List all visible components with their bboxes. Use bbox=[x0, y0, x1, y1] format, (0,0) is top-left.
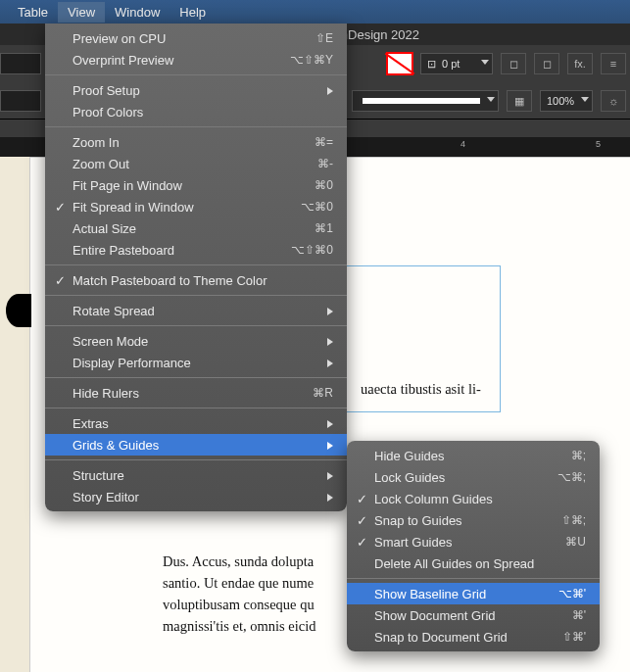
black-circle-graphic[interactable] bbox=[6, 294, 31, 327]
check-icon: ✓ bbox=[357, 513, 367, 528]
ruler-mark-5: 5 bbox=[596, 139, 601, 149]
mi-proof-setup[interactable]: Proof Setup bbox=[45, 79, 347, 101]
mi-show-document-grid[interactable]: Show Document Grid⌘' bbox=[347, 604, 600, 626]
opacity-select[interactable]: 100% bbox=[540, 90, 593, 112]
mi-match-pasteboard[interactable]: ✓Match Pasteboard to Theme Color bbox=[45, 269, 347, 291]
fill-swatch[interactable] bbox=[387, 53, 412, 74]
mi-screen-mode[interactable]: Screen Mode bbox=[45, 330, 347, 352]
grid-icon[interactable]: ▦ bbox=[507, 90, 532, 112]
mi-zoom-in[interactable]: Zoom In⌘= bbox=[45, 131, 347, 153]
mi-hide-rulers[interactable]: Hide Rulers⌘R bbox=[45, 382, 347, 404]
mi-fit-spread[interactable]: ✓Fit Spread in Window⌥⌘0 bbox=[45, 196, 347, 217]
corner-options-icon[interactable]: ◻ bbox=[501, 53, 526, 74]
sun-icon[interactable]: ☼ bbox=[601, 90, 626, 112]
chevron-right-icon bbox=[327, 420, 333, 428]
mi-fit-page[interactable]: Fit Page in Window⌘0 bbox=[45, 174, 347, 196]
view-menu-dropdown: Preview on CPU⇧E Overprint Preview⌥⇧⌘Y P… bbox=[45, 24, 347, 511]
chevron-right-icon bbox=[327, 87, 333, 95]
mi-extras[interactable]: Extras bbox=[45, 412, 347, 434]
menu-help[interactable]: Help bbox=[170, 2, 216, 23]
stroke-style-select[interactable] bbox=[352, 90, 499, 112]
mi-zoom-out[interactable]: Zoom Out⌘- bbox=[45, 153, 347, 174]
mi-smart-guides[interactable]: ✓Smart Guides⌘U bbox=[347, 531, 600, 552]
mi-overprint-preview[interactable]: Overprint Preview⌥⇧⌘Y bbox=[45, 49, 347, 71]
mi-proof-colors[interactable]: Proof Colors bbox=[45, 101, 347, 122]
mi-delete-all-guides[interactable]: Delete All Guides on Spread bbox=[347, 552, 600, 574]
fx-button[interactable]: fx. bbox=[567, 53, 593, 74]
mi-lock-column-guides[interactable]: ✓Lock Column Guides bbox=[347, 488, 600, 509]
mi-snap-to-guides[interactable]: ✓Snap to Guides⇧⌘; bbox=[347, 509, 600, 531]
menu-view[interactable]: View bbox=[58, 2, 105, 23]
body-text-paragraph: Dus. Accus, sunda dolupta santio. Ut end… bbox=[163, 551, 349, 637]
mi-structure[interactable]: Structure bbox=[45, 464, 347, 486]
menubar: Table View Window Help bbox=[0, 0, 630, 24]
stroke-weight-select[interactable]: ⊡ 0 pt bbox=[420, 53, 493, 74]
mi-actual-size[interactable]: Actual Size⌘1 bbox=[45, 217, 347, 239]
mi-grids-guides[interactable]: Grids & Guides bbox=[45, 434, 347, 456]
check-icon: ✓ bbox=[55, 200, 66, 215]
menu-table[interactable]: Table bbox=[8, 2, 58, 23]
ruler-mark-4: 4 bbox=[460, 139, 465, 149]
chevron-right-icon bbox=[327, 472, 333, 480]
chevron-right-icon bbox=[327, 442, 333, 450]
mi-display-performance[interactable]: Display Performance bbox=[45, 352, 347, 373]
check-icon: ✓ bbox=[55, 273, 66, 288]
height-field[interactable] bbox=[0, 90, 41, 112]
chevron-right-icon bbox=[327, 308, 333, 315]
menu-window[interactable]: Window bbox=[105, 2, 170, 23]
mi-show-baseline-grid[interactable]: Show Baseline Grid⌥⌘' bbox=[347, 583, 600, 604]
mi-hide-guides[interactable]: Hide Guides⌘; bbox=[347, 445, 600, 466]
mi-lock-guides[interactable]: Lock Guides⌥⌘; bbox=[347, 466, 600, 488]
mi-entire-pasteboard[interactable]: Entire Pasteboard⌥⇧⌘0 bbox=[45, 239, 347, 261]
width-field[interactable] bbox=[0, 53, 41, 74]
chevron-right-icon bbox=[327, 494, 333, 502]
chevron-right-icon bbox=[327, 360, 333, 367]
frame-options-icon[interactable]: ◻ bbox=[534, 53, 559, 74]
mi-preview-on-cpu[interactable]: Preview on CPU⇧E bbox=[45, 27, 347, 49]
body-text-fragment: uaecta tibustis asit li- bbox=[361, 378, 481, 400]
check-icon: ✓ bbox=[357, 535, 367, 550]
grids-guides-submenu: Hide Guides⌘; Lock Guides⌥⌘; ✓Lock Colum… bbox=[347, 441, 600, 651]
more-icon[interactable]: ≡ bbox=[601, 53, 626, 74]
chevron-right-icon bbox=[327, 338, 333, 346]
check-icon: ✓ bbox=[357, 492, 367, 506]
mi-rotate-spread[interactable]: Rotate Spread bbox=[45, 300, 347, 321]
mi-snap-document-grid[interactable]: Snap to Document Grid⇧⌘' bbox=[347, 626, 600, 648]
mi-story-editor[interactable]: Story Editor bbox=[45, 486, 347, 507]
